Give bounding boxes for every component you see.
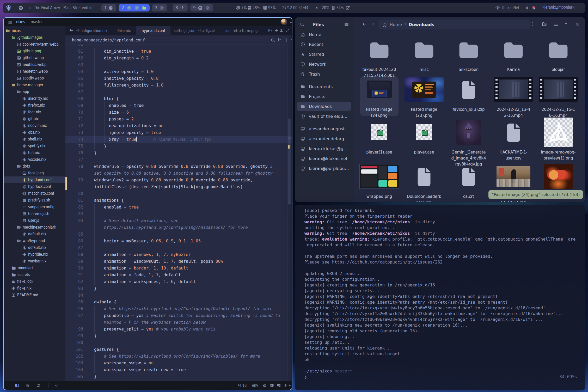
tree-item-github.png[interactable]: github.png — [4, 48, 65, 54]
tree-item-dots[interactable]: dots — [4, 163, 65, 170]
tab-hyprland.conf[interactable]: hyprland.conf — [136, 26, 171, 35]
tree-item-README.md[interactable]: README.md — [4, 292, 65, 298]
editor-controls-icon[interactable] — [291, 38, 292, 42]
sidebar-item-alesander-august-[interactable]: alesander.august… — [297, 124, 351, 133]
tab-forward-icon[interactable] — [75, 28, 80, 33]
tab-flake.nix[interactable]: flake.nix — [111, 26, 137, 35]
sidebar-item-Starred[interactable]: Starred — [297, 50, 351, 59]
tree-item-.github/images[interactable]: .github/images — [4, 34, 65, 41]
menu-hamburger-icon[interactable] — [344, 22, 349, 27]
file-item-blobjar[interactable]: blobjar — [537, 35, 580, 73]
file-item-2024-12-22_13-4 2-15.mp4[interactable]: 2024-12-22_13-4 2-15.mp4 — [492, 75, 535, 119]
sidebar-item-Downloads[interactable]: Downloads — [297, 102, 351, 111]
tab-cool-retro-term.png[interactable]: cool-retro-term.png — [219, 26, 263, 35]
cursor-position[interactable]: 74:18 — [237, 383, 248, 388]
tree-item-waybar.nix[interactable]: waybar.nix — [4, 258, 65, 265]
tree-item-spotify.nix[interactable]: spotify.nix — [4, 143, 65, 149]
sidebar-item-Projects[interactable]: Projects — [297, 92, 351, 101]
sidebar-item-alexander-defarg-[interactable]: alexander.defarg… — [297, 134, 351, 143]
code-editor[interactable]: 6061dim_inactive = true62dim_strength = … — [65, 45, 292, 381]
tree-item-default.nix[interactable]: default.nix — [4, 244, 65, 251]
sidebar-item-Documents[interactable]: Documents — [297, 82, 351, 91]
tree-item-wm/hyprland[interactable]: wm/hyprland — [4, 237, 65, 244]
path-bar[interactable]: Home / Downloads — [378, 20, 530, 29]
tree-item-neovim.nix[interactable]: neovim.nix — [4, 122, 65, 129]
view-options-dropdown-icon[interactable] — [564, 22, 568, 26]
tree-item-flake.lock[interactable]: flake.lock — [4, 278, 65, 285]
terminal-window[interactable]: [sudo] password for kierank:Place your f… — [295, 205, 585, 390]
file-item-ca.crt[interactable]: ca.crt — [447, 162, 490, 200]
tree-item-moonlark[interactable]: moonlark — [4, 265, 65, 271]
new-tab-icon[interactable] — [274, 28, 279, 33]
tree-item-app[interactable]: app — [4, 88, 65, 95]
sidebar-item-Network[interactable]: Network — [297, 60, 351, 69]
path-current[interactable]: Downloads — [409, 22, 434, 27]
edit-mode-icon[interactable] — [284, 38, 289, 42]
breadcrumb[interactable]: home-manager/dots/hyprland.conf — [72, 38, 145, 42]
tree-item-flake.nix[interactable]: flake.nix — [4, 285, 65, 292]
file-item-takeout-2024120 7T155714Z-001[interactable]: takeout-2024120 7T155714Z-001 — [358, 35, 401, 79]
file-item-Karma[interactable]: Karma — [492, 35, 535, 73]
tree-item-nixos[interactable]: nixos — [4, 27, 65, 34]
env-indicator[interactable]: env — [252, 383, 259, 388]
file-item-player(1).ase[interactable]: player(1).ase — [358, 118, 401, 155]
kebab-menu-icon[interactable] — [530, 22, 535, 26]
file-item-DoubloonLeaderb oard.csv[interactable]: DoubloonLeaderb oard.csv — [403, 162, 445, 202]
copilot-icon[interactable] — [262, 383, 267, 388]
tree-item-secrets[interactable]: secrets — [4, 271, 65, 278]
close-icon[interactable] — [575, 22, 580, 27]
list-view-icon[interactable] — [554, 22, 559, 27]
file-item-Pasted image (24).png[interactable]: Pasted image (24).png — [358, 75, 401, 119]
file-item-Silkscreen[interactable]: Silkscreen — [447, 35, 490, 73]
project-panel-toggle-icon[interactable] — [15, 383, 19, 388]
tree-item-hypridle.nix[interactable]: hypridle.nix — [4, 251, 65, 258]
tree-item-foot.nix[interactable]: foot.nix — [4, 109, 65, 115]
terminal-panel-icon[interactable] — [270, 383, 274, 388]
tree-item-user.js[interactable]: JSuser.js — [4, 217, 65, 224]
chevron-down-icon[interactable] — [289, 20, 292, 24]
tree-item-selected-hyprland.conf[interactable]: hyprland.conf — [4, 176, 65, 183]
file-item-unnamed[interactable] — [537, 162, 580, 194]
tree-item-tofi.nix[interactable]: tofi.nix — [4, 149, 65, 156]
sidebar-item-kieran-klukas-net[interactable]: kieran@klukas.net — [297, 154, 351, 163]
scrollbar-thumb[interactable] — [288, 119, 291, 204]
menu-hamburger-icon[interactable] — [8, 20, 13, 25]
outline-panel-toggle-icon[interactable] — [25, 383, 30, 388]
sidebar-item-kieran-klukas-g-[interactable]: kieran.klukas@g… — [297, 144, 351, 153]
tree-item-obs.nix[interactable]: obs.nix — [4, 129, 65, 136]
file-item-Pasted image (23).png[interactable]: Pasted image (23).png — [403, 75, 445, 119]
file-item-image-removebg- preview(1).png[interactable]: image-removebg- preview(1).png — [537, 118, 580, 161]
tree-item-home-manager[interactable]: home-manager — [4, 82, 65, 88]
file-item-Gemini_Generate d_Image_4rqv8k4 rqv8k4rqv.jpg[interactable]: Gemini_Generate d_Image_4rqv8k4 rqv8k4rq… — [447, 118, 490, 167]
tree-item-nautilus.webp[interactable]: nautilus.webp — [4, 61, 65, 68]
tree-item-alacritty.nix[interactable]: alacritty.nix — [4, 95, 65, 102]
tree-item-sunpaperconfig[interactable]: sunpaperconfig — [4, 204, 65, 210]
tree-item-firefox.nix[interactable]: firefox.nix — [4, 102, 65, 109]
file-item-wrapped.png[interactable]: wrapped.png — [358, 162, 401, 200]
back-icon[interactable] — [362, 22, 367, 27]
tree-item-tofi-emoji.sh[interactable]: tofi-emoji.sh — [4, 210, 65, 217]
sidebar-item-kieran-purplebu-[interactable]: kieran@purplebu… — [297, 164, 351, 173]
tray-app[interactable] — [531, 3, 536, 13]
tree-item-vscode.nix[interactable]: vscode.nix — [4, 156, 65, 163]
sidebar-item-Recent[interactable]: Recent — [297, 40, 351, 49]
file-item-misc[interactable]: misc — [403, 35, 445, 73]
split-pane-icon[interactable] — [279, 28, 284, 33]
path-root[interactable]: Home — [390, 22, 402, 27]
tree-item-neofetch.webp[interactable]: neofetch.webp — [4, 68, 65, 75]
tab-README.md[interactable]: README.md — [261, 26, 273, 35]
folder-search-icon[interactable] — [542, 22, 547, 27]
tree-item-cool-retro-term.webp[interactable]: cool-retro-term.webp — [4, 41, 65, 48]
tree-item-machines/moonlark[interactable]: machines/moonlark — [4, 224, 65, 231]
tab-configuration.nix[interactable]: configuration.nix — [81, 26, 112, 35]
code-symbols-icon[interactable] — [277, 38, 281, 42]
tab-back-icon[interactable] — [69, 28, 74, 33]
forward-icon[interactable] — [370, 22, 375, 27]
project-name[interactable]: nixos — [16, 20, 27, 24]
git-branch[interactable]: master — [31, 20, 45, 24]
tree-item-git.nix[interactable]: git.nix — [4, 115, 65, 122]
tree-item-hyprlock.conf[interactable]: hyprlock.conf — [4, 183, 65, 190]
buffer-search-icon[interactable] — [271, 38, 275, 42]
mic-icon[interactable] — [283, 383, 287, 388]
file-item-HACKATIME-1- user.csv[interactable]: HACKATIME-1- user.csv — [492, 118, 535, 161]
